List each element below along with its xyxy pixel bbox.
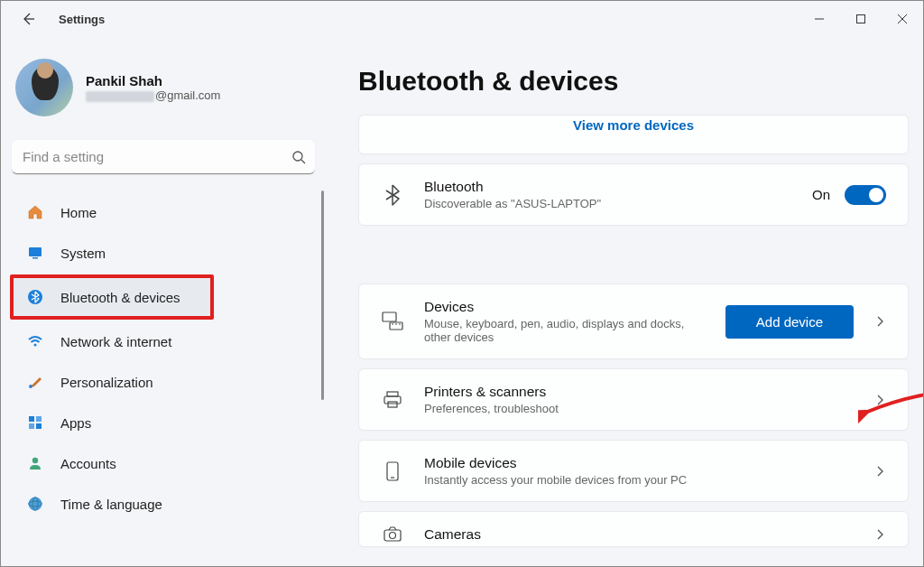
globe-icon [26, 495, 44, 513]
sidebar-item-apps[interactable]: Apps [14, 404, 317, 442]
main-content: Bluetooth & devices View more devices Bl… [326, 37, 923, 566]
home-icon [26, 203, 44, 221]
printers-subtitle: Preferences, troubleshoot [424, 402, 854, 415]
bluetooth-title: Bluetooth [424, 179, 792, 195]
svg-rect-11 [29, 423, 34, 429]
maximize-button[interactable] [840, 5, 882, 33]
bluetooth-icon [381, 183, 404, 207]
email-domain: @gmail.com [155, 88, 220, 102]
search-input[interactable] [12, 140, 315, 174]
avatar [15, 59, 73, 116]
printers-title: Printers & scanners [424, 384, 854, 400]
svg-point-14 [29, 497, 42, 511]
sidebar-item-accounts[interactable]: Accounts [14, 444, 317, 482]
brush-icon [26, 373, 44, 391]
svg-rect-9 [29, 416, 34, 422]
view-more-card[interactable]: View more devices [358, 115, 909, 154]
bluetooth-subtitle: Discoverable as "ASUS-LAPTOP" [424, 197, 792, 210]
window-controls [799, 5, 923, 33]
svg-point-7 [34, 344, 37, 347]
devices-icon [381, 311, 404, 331]
email-redacted [86, 91, 154, 102]
devices-title: Devices [424, 299, 706, 315]
svg-rect-5 [32, 257, 38, 259]
minimize-icon [814, 14, 825, 24]
mobile-subtitle: Instantly access your mobile devices fro… [424, 473, 854, 487]
sidebar-item-label: Apps [60, 415, 91, 431]
sidebar-item-label: Time & language [60, 497, 162, 512]
sidebar: Pankil Shah @gmail.com Home [1, 37, 326, 566]
bluetooth-card: Bluetooth Discoverable as "ASUS-LAPTOP" … [358, 163, 909, 226]
back-button[interactable] [14, 8, 42, 30]
sidebar-item-label: System [60, 246, 106, 261]
svg-line-3 [301, 160, 305, 163]
svg-point-2 [293, 152, 302, 161]
svg-point-28 [390, 533, 396, 539]
minimize-button[interactable] [799, 5, 840, 33]
bluetooth-text: Bluetooth Discoverable as "ASUS-LAPTOP" [424, 179, 792, 210]
search-container [12, 140, 315, 174]
close-button[interactable] [882, 5, 923, 33]
svg-rect-17 [383, 312, 396, 321]
system-icon [26, 244, 44, 262]
chevron-right-icon [873, 465, 886, 478]
layout: Pankil Shah @gmail.com Home [1, 37, 923, 566]
svg-point-8 [29, 385, 32, 388]
devices-card[interactable]: Devices Mouse, keyboard, pen, audio, dis… [358, 284, 909, 359]
cameras-card[interactable]: Cameras [358, 511, 909, 547]
page-title: Bluetooth & devices [358, 66, 909, 97]
mobile-title: Mobile devices [424, 455, 854, 471]
chevron-right-icon [873, 315, 886, 328]
sidebar-item-time-language[interactable]: Time & language [14, 485, 317, 523]
chevron-right-icon [873, 394, 886, 406]
back-arrow-icon [21, 12, 35, 26]
sidebar-item-bluetooth-devices[interactable]: Bluetooth & devices [14, 278, 210, 316]
printers-card[interactable]: Printers & scanners Preferences, trouble… [358, 368, 909, 431]
svg-rect-24 [388, 402, 397, 407]
bluetooth-state-label: On [812, 187, 830, 202]
svg-rect-1 [857, 15, 865, 23]
sidebar-item-label: Home [60, 205, 97, 220]
svg-rect-10 [36, 416, 42, 422]
profile-name: Pankil Shah [86, 73, 220, 88]
profile-text: Pankil Shah @gmail.com [86, 73, 220, 102]
cameras-title: Cameras [424, 526, 854, 543]
titlebar: Settings [1, 1, 923, 37]
bluetooth-toggle-group: On [812, 185, 886, 205]
svg-rect-27 [384, 530, 401, 541]
sidebar-item-label: Personalization [60, 375, 153, 390]
printers-text: Printers & scanners Preferences, trouble… [424, 384, 854, 415]
svg-rect-4 [29, 247, 42, 256]
wifi-icon [26, 332, 44, 350]
app-title: Settings [59, 13, 105, 26]
apps-icon [26, 414, 44, 432]
svg-rect-12 [36, 423, 42, 429]
chevron-right-icon [873, 528, 886, 541]
view-more-link[interactable]: View more devices [573, 117, 694, 133]
nav: Home System Bluetooth & devices [8, 191, 322, 525]
bluetooth-icon [26, 288, 44, 306]
annotation-highlight-box: Bluetooth & devices [10, 274, 214, 320]
svg-rect-18 [390, 322, 402, 330]
sidebar-item-label: Bluetooth & devices [60, 290, 180, 305]
cameras-text: Cameras [424, 526, 854, 543]
bluetooth-toggle[interactable] [845, 185, 886, 205]
titlebar-left: Settings [14, 8, 105, 30]
mobile-devices-card[interactable]: Mobile devices Instantly access your mob… [358, 440, 909, 502]
devices-subtitle: Mouse, keyboard, pen, audio, displays an… [424, 317, 706, 344]
person-icon [26, 454, 44, 472]
sidebar-item-home[interactable]: Home [14, 193, 317, 231]
printer-icon [381, 391, 404, 409]
sidebar-item-system[interactable]: System [14, 234, 317, 272]
sidebar-item-network[interactable]: Network & internet [14, 322, 317, 360]
svg-point-13 [32, 458, 38, 463]
sidebar-scrollbar[interactable] [321, 191, 324, 400]
svg-rect-23 [384, 396, 401, 404]
camera-icon [381, 526, 404, 543]
sidebar-item-label: Network & internet [60, 334, 171, 349]
add-device-button[interactable]: Add device [725, 305, 854, 339]
profile[interactable]: Pankil Shah @gmail.com [8, 51, 322, 124]
sidebar-item-personalization[interactable]: Personalization [14, 363, 317, 401]
mobile-text: Mobile devices Instantly access your mob… [424, 455, 854, 487]
maximize-icon [855, 14, 866, 24]
